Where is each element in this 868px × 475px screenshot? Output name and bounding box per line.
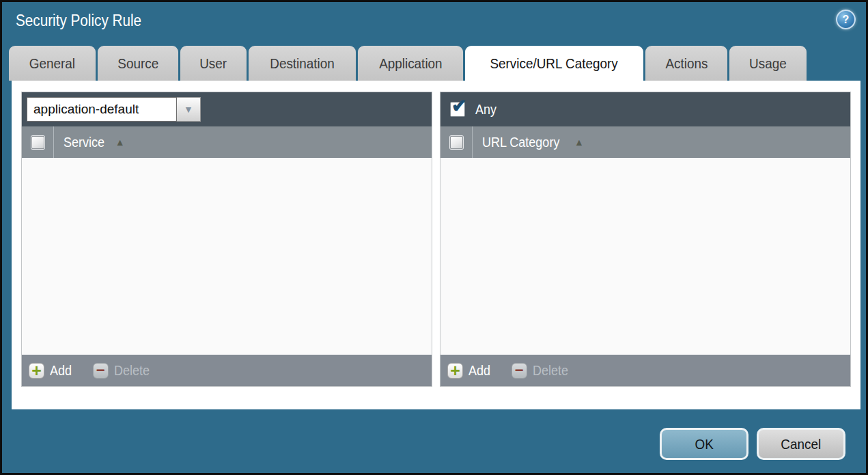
sort-ascending-icon: ▲ [115,137,125,148]
tab-application-label: Application [379,55,442,72]
url-category-add-button[interactable]: + Add [447,363,493,379]
service-column-header[interactable]: Service ▲ [64,135,125,150]
checkmark-icon: ✔ [451,95,467,117]
tab-actions[interactable]: Actions [645,46,728,81]
add-icon: + [29,363,44,379]
url-category-delete-button[interactable]: − Delete [512,363,572,379]
service-delete-label: Delete [114,363,150,379]
tab-usage-label: Usage [749,55,787,72]
service-panel-footer: + Add − Delete [22,355,432,386]
tab-general-label: General [29,55,75,72]
service-panel: application-default ▼ Service ▲ [21,92,432,387]
service-column-header-row: Service ▲ [22,126,432,158]
help-icon[interactable]: ? [836,10,856,29]
help-icon-glyph: ? [843,14,850,26]
url-category-delete-label: Delete [533,363,568,379]
url-category-any-label: Any [475,102,496,118]
service-select-all-checkbox[interactable] [31,136,44,149]
tab-user-label: User [199,55,227,72]
url-category-column-header[interactable]: URL Category ▲ [482,135,584,150]
security-policy-rule-dialog: Security Policy Rule ? General Source Us… [0,0,868,475]
service-list [22,158,432,355]
service-select-all-cell [22,126,54,158]
tab-destination[interactable]: Destination [249,46,356,81]
dialog-title-text: Security Policy Rule [16,12,141,30]
add-icon-glyph: + [31,362,42,379]
tab-user[interactable]: User [180,46,246,81]
dialog-title: Security Policy Rule [16,12,156,30]
tab-service-url-category[interactable]: Service/URL Category [465,46,643,81]
add-icon: + [447,363,463,379]
tab-destination-label: Destination [270,55,335,72]
service-type-dropdown-button[interactable]: ▼ [177,97,201,122]
tab-source-label: Source [117,55,158,72]
service-panel-toolbar: application-default ▼ [22,92,432,126]
tab-general[interactable]: General [9,46,96,81]
tab-actions-label: Actions [665,55,708,72]
url-category-select-all-checkbox[interactable] [450,136,463,149]
url-category-select-all-cell [440,126,473,158]
ok-button-label: OK [695,436,713,452]
ok-button[interactable]: OK [660,428,748,460]
tab-service-url-category-label: Service/URL Category [490,55,618,72]
url-category-column-header-row: URL Category ▲ [440,126,850,158]
url-category-column-header-label: URL Category [482,135,559,150]
service-add-button[interactable]: + Add [29,363,74,379]
service-type-selected-value: application-default [33,102,139,117]
service-delete-button[interactable]: − Delete [93,363,154,379]
sort-ascending-icon: ▲ [574,137,584,148]
tab-bar: General Source User Destination Applicat… [9,46,807,81]
delete-icon-glyph: − [96,363,105,378]
delete-icon: − [93,363,109,379]
cancel-button[interactable]: Cancel [757,428,845,460]
tab-source[interactable]: Source [98,46,179,81]
service-column-header-label: Service [64,135,104,150]
add-icon-glyph: + [450,362,460,379]
url-category-list [440,158,850,355]
tab-usage[interactable]: Usage [729,46,807,81]
cancel-button-label: Cancel [781,436,822,452]
url-category-panel-footer: + Add − Delete [440,355,850,386]
delete-icon: − [512,363,527,379]
chevron-down-icon: ▼ [184,104,193,115]
url-category-any-checkbox[interactable]: ✔ [450,102,465,117]
url-category-panel-toolbar: ✔ Any [440,92,850,126]
service-type-select[interactable]: application-default [27,97,177,122]
tab-application[interactable]: Application [358,46,464,81]
panels-container: application-default ▼ Service ▲ [12,81,860,387]
url-category-add-label: Add [468,363,490,379]
tab-content-area: application-default ▼ Service ▲ [12,81,860,409]
url-category-panel: ✔ Any URL Category ▲ + [440,92,851,387]
delete-icon-glyph: − [515,363,524,378]
service-add-label: Add [50,363,72,379]
